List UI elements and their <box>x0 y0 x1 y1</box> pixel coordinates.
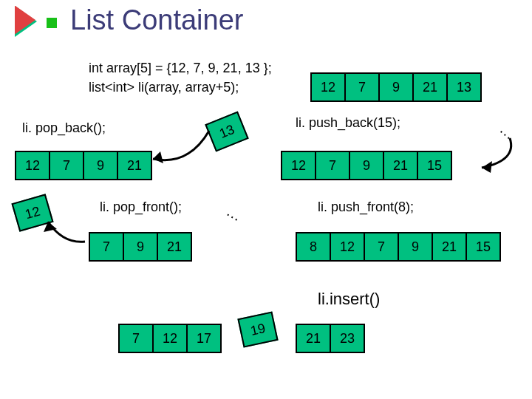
cell: 21 <box>432 232 467 262</box>
cell: 9 <box>123 232 158 262</box>
row-insert-left: 7 12 17 <box>118 324 222 353</box>
code-line-2: list<int> li(array, array+5); <box>89 80 239 95</box>
op-insert: li.insert() <box>318 290 380 309</box>
insert-mid-cell: 19 <box>237 311 278 347</box>
cell: 21 <box>296 324 331 353</box>
cell: 12 <box>330 232 365 262</box>
cell: 15 <box>466 232 501 262</box>
cell: 7 <box>89 232 124 262</box>
page-title: List Container <box>70 4 243 36</box>
cell: 9 <box>83 151 118 180</box>
cell: 9 <box>349 151 384 180</box>
row-push-front: 8 12 7 9 21 15 <box>296 232 501 262</box>
dots-pop-front-icon: … <box>207 200 251 251</box>
cell: 12 <box>152 324 188 353</box>
popped-back-cell: 13 <box>205 111 248 151</box>
cell: 21 <box>157 232 192 262</box>
cell: 7 <box>364 232 399 262</box>
cell: 21 <box>412 72 448 102</box>
dots-push-back-icon: … <box>473 120 525 183</box>
cell: 21 <box>383 151 418 180</box>
cell: 15 <box>417 151 452 180</box>
row-pop-back: 12 7 9 21 <box>15 151 152 180</box>
cell: 8 <box>296 232 331 262</box>
cell: 12 <box>15 151 50 180</box>
cell: 13 <box>446 72 482 102</box>
svg-text:…: … <box>497 120 518 143</box>
cell: 7 <box>49 151 84 180</box>
svg-marker-4 <box>482 161 492 173</box>
cell: 9 <box>398 232 433 262</box>
popped-front-cell: 12 <box>11 194 53 232</box>
row-initial: 12 7 9 21 13 <box>310 72 482 102</box>
svg-marker-2 <box>153 151 163 163</box>
cell: 7 <box>344 72 380 102</box>
cell: 21 <box>117 151 152 180</box>
code-line-1: int array[5] = {12, 7, 9, 21, 13 }; <box>89 61 272 76</box>
cell: 12 <box>310 72 346 102</box>
row-push-back: 12 7 9 21 15 <box>281 151 452 180</box>
cell: 23 <box>330 324 365 353</box>
svg-text:…: … <box>224 202 245 224</box>
row-insert-right: 21 23 <box>296 324 365 353</box>
cell: 9 <box>378 72 414 102</box>
cell: 7 <box>118 324 154 353</box>
op-pop-front: li. pop_front(); <box>100 200 182 215</box>
title-triangle-icon <box>15 6 37 37</box>
cell: 17 <box>186 324 222 353</box>
op-push-front: li. push_front(8); <box>318 200 414 215</box>
row-pop-front: 7 9 21 <box>89 232 192 262</box>
title-bullet-icon <box>47 18 57 28</box>
op-pop-back: li. pop_back(); <box>22 120 106 136</box>
svg-marker-1 <box>15 6 35 35</box>
cell: 12 <box>281 151 316 180</box>
cell: 7 <box>315 151 350 180</box>
op-push-back: li. push_back(15); <box>296 115 400 131</box>
